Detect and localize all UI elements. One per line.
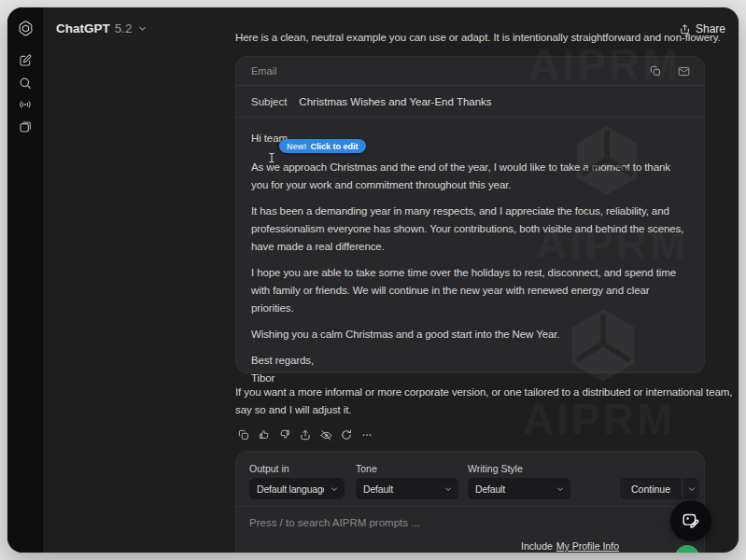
screenshot-root: ChatGPT 5.2 Share Here is a clean, neutr… [0,0,746,560]
new-badge: New! [287,142,307,151]
writing-style-field: Writing Style Default [468,463,570,499]
regenerate-icon[interactable] [336,425,357,445]
aiprm-prompt-search-input[interactable] [249,513,557,532]
chevron-down-icon [443,484,453,494]
output-in-select[interactable]: Default language [249,478,345,499]
click-to-edit-tooltip[interactable]: New! Click to edit [279,139,366,153]
new-chat-icon[interactable] [15,50,35,71]
continue-button[interactable]: Continue [620,478,682,499]
openai-logo-icon[interactable] [15,18,35,38]
divider [236,506,704,507]
assistant-outro-message: If you want a more informal or more corp… [235,384,732,419]
tone-select[interactable]: Default [356,478,458,499]
my-profile-info-link[interactable]: My Profile Info [556,540,619,552]
output-in-field: Output in Default language [249,463,345,499]
writing-style-select[interactable]: Default [468,478,570,499]
continue-dropdown-button[interactable] [683,478,699,499]
more-icon[interactable] [357,425,377,445]
email-card-header: Email [236,57,704,85]
aiprm-composer-panel: Output in Default language Tone Default [235,451,705,553]
subject-label: Subject [251,96,287,107]
email-paragraph: Wishing you a calm Christmas and a good … [251,326,689,343]
tooltip-label: Click to edit [311,142,359,151]
outro-line: If you want a more informal or more corp… [235,384,732,401]
outro-line: say so and I will adjust it. [235,401,732,419]
model-version: 5.2 [115,21,133,35]
share-icon[interactable] [295,425,316,445]
text-cursor-icon [267,151,276,168]
message-actions [233,425,377,445]
email-paragraph: As we approach Christmas and the end of … [251,159,689,194]
voice-icon[interactable] [15,94,35,115]
subject-value: Christmas Wishes and Year-End Thanks [299,96,491,107]
tone-label: Tone [356,463,458,474]
email-paragraph: It has been a demanding year in many res… [251,203,689,256]
copy-icon[interactable] [649,64,663,78]
thumbs-up-icon[interactable] [254,425,274,445]
assistant-intro-message: Here is a clean, neutral example you can… [235,32,721,43]
mail-icon[interactable] [677,64,691,78]
tone-field: Tone Default [356,463,458,499]
email-card-type-label: Email [251,65,649,77]
model-switcher[interactable]: ChatGPT 5.2 [56,19,148,37]
include-profile-row: IncludeMy Profile Info [521,540,619,552]
search-icon[interactable] [15,73,35,93]
continue-split-button: Continue [620,478,699,499]
email-card: Email Subjec [235,56,705,373]
library-icon[interactable] [15,117,35,137]
chatgpt-window: ChatGPT 5.2 Share Here is a clean, neutr… [7,7,739,553]
chevron-down-icon [556,484,565,494]
sidebar-rail [7,7,43,553]
subject-row: Subject Christmas Wishes and Year-End Th… [236,86,704,117]
hide-eye-off-icon[interactable] [316,425,336,445]
writing-style-label: Writing Style [468,463,570,474]
email-body: Hi team, As we approach Christmas and th… [236,118,704,387]
copy-icon[interactable] [233,425,254,445]
app-title: ChatGPT [56,21,110,35]
thumbs-down-icon[interactable] [274,425,295,445]
aiprm-image-edit-button[interactable] [670,500,711,541]
email-paragraph: Best regards, [251,352,689,370]
output-in-label: Output in [249,463,345,474]
email-paragraph: I hope you are able to take some time ov… [251,264,689,317]
include-label: Include [521,540,553,552]
chevron-down-icon [137,23,148,34]
chevron-down-icon [330,484,339,494]
